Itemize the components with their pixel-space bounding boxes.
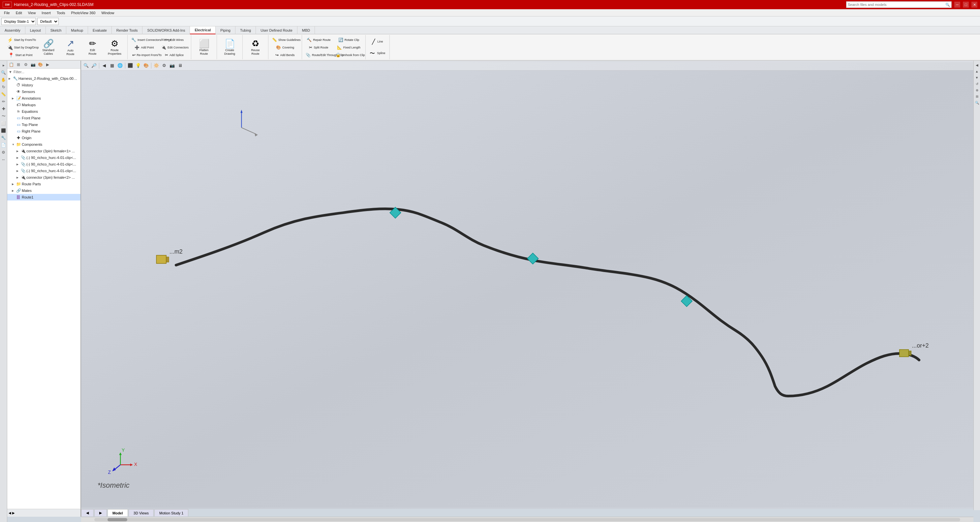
tab-piping[interactable]: Piping (216, 26, 235, 34)
left-icon-measure[interactable]: 📏 (0, 91, 7, 98)
btn-flatten-route[interactable]: ⬜ FlattenRoute (193, 36, 215, 59)
right-icon-5[interactable]: ⊕ (974, 87, 980, 93)
tree-item-equations[interactable]: fx Equations (7, 108, 80, 115)
btn-insert-connectors[interactable]: 🔧 Insert Connectors/Fittings (130, 36, 159, 43)
tab-sketch[interactable]: Sketch (46, 26, 67, 34)
tree-item-connector1[interactable]: ▶ 🔌 connector (3pin) female<1> ... (7, 148, 80, 154)
vp-display-style[interactable]: ⬛ (127, 62, 134, 69)
tree-item-route1[interactable]: 🛤 Route1 (7, 194, 80, 201)
menu-insert[interactable]: Insert (39, 10, 53, 16)
btn-add-splice[interactable]: ✂ Add Splice (160, 51, 189, 58)
tab-mbd[interactable]: MBD (298, 26, 315, 34)
tree-item-components[interactable]: ▼ 📁 Components (7, 141, 80, 148)
vp-previous-view[interactable]: ◀ (100, 62, 108, 69)
ft-icon-featuretree[interactable]: 📋 (8, 61, 14, 68)
bottom-tab-motion-study[interactable]: Motion Study 1 (154, 509, 188, 516)
btn-unhook-from-clip[interactable]: 🔓 Unhook from Clip (334, 51, 363, 58)
bottom-tab-3d-views[interactable]: 3D Views (129, 509, 154, 516)
tree-item-origin[interactable]: ✚ Origin (7, 135, 80, 141)
ft-icon-more[interactable]: ▶ (44, 61, 51, 68)
search-icon[interactable]: 🔍 (945, 3, 950, 7)
left-icon-weld[interactable]: ⚙ (0, 149, 7, 156)
right-icon-6[interactable]: ⊞ (974, 93, 980, 99)
btn-re-import[interactable]: ↩ Re-Import From/To (130, 51, 159, 58)
tab-electrical[interactable]: Electrical (190, 26, 216, 34)
tree-item-root[interactable]: ▶ 🔧 Harness_2-Routing_with_Clips-002 (De… (7, 75, 80, 82)
minimize-button[interactable]: ─ (954, 2, 960, 8)
vp-section[interactable]: ▦ (108, 62, 116, 69)
display-state-dropdown[interactable]: Display State-1 (1, 18, 36, 25)
left-icon-pan[interactable]: ✋ (0, 76, 7, 83)
btn-route-properties[interactable]: ⚙ RouteProperties (104, 36, 125, 59)
menu-edit[interactable]: Edit (13, 10, 25, 16)
ft-icon-property[interactable]: ⊞ (15, 61, 22, 68)
tree-item-clip2[interactable]: ▶ 📎 (-) 90_richco_hurc-4-01-clip<... (7, 161, 80, 167)
left-icon-solid[interactable]: ⬛ (0, 127, 7, 134)
btn-start-at-point[interactable]: 📍 Start at Point (4, 51, 37, 58)
tab-evaluate[interactable]: Evaluate (88, 26, 112, 34)
right-icon-3[interactable]: ▼ (974, 75, 980, 80)
btn-add-bends[interactable]: ↪ Add Bends (270, 51, 300, 58)
bottom-tab-nav-right[interactable]: ▶ (94, 509, 107, 516)
search-bar[interactable]: 🔍 (846, 1, 951, 8)
tree-item-clip1[interactable]: ▶ 📎 (-) 90_richco_hurc-4-01-clip<... (7, 154, 80, 161)
left-icon-reference[interactable]: ✚ (0, 105, 7, 112)
vp-scene[interactable]: 🔆 (153, 62, 160, 69)
ft-icon-cam[interactable]: 📷 (30, 61, 36, 68)
left-icon-sketch[interactable]: ✏ (0, 98, 7, 105)
left-icon-sheet[interactable]: 📄 (0, 142, 7, 148)
menu-view[interactable]: View (25, 10, 38, 16)
vp-appearance[interactable]: 🎨 (142, 62, 150, 69)
btn-spline[interactable]: 〜 Spline (368, 48, 387, 59)
tab-layout[interactable]: Layout (25, 26, 46, 34)
tree-item-connector2[interactable]: ▶ 🔌 connector (3pin) female<2> ... (7, 174, 80, 181)
btn-add-point[interactable]: ➕ Add Point (130, 43, 159, 51)
btn-rotate-clip[interactable]: 🔄 Rotate Clip (334, 36, 363, 43)
tree-item-route-parts[interactable]: ▶ 📁 Route Parts (7, 181, 80, 187)
left-icon-rotate[interactable]: ↻ (0, 84, 7, 90)
left-icon-assembly[interactable]: 🔧 (0, 135, 7, 141)
bottom-tab-model[interactable]: Model (108, 509, 128, 516)
btn-covering[interactable]: 🎨 Covering (270, 43, 300, 51)
menu-photoview[interactable]: PhotoView 360 (68, 10, 98, 16)
ft-icon-config[interactable]: ⚙ (22, 61, 29, 68)
tab-user-defined-route[interactable]: User Defined Route (256, 26, 298, 34)
tab-assembly[interactable]: Assembly (0, 26, 25, 34)
menu-tools[interactable]: Tools (54, 10, 68, 16)
left-icon-dim[interactable]: ↔ (0, 156, 7, 163)
menu-file[interactable]: File (1, 10, 13, 16)
btn-start-by-from-to[interactable]: ⚡ Start by From/To (4, 36, 37, 43)
tree-item-front-plane[interactable]: ▭ Front Plane (7, 115, 80, 121)
right-icon-4[interactable]: ↺ (974, 81, 980, 87)
btn-show-guidelines[interactable]: 📏 Show Guidelines (270, 36, 300, 43)
bottom-scrollbar[interactable] (81, 517, 974, 522)
tree-item-top-plane[interactable]: ▭ Top Plane (7, 121, 80, 128)
scroll-thumb[interactable] (108, 518, 127, 521)
viewport-3d[interactable]: ...m2 ...or+2 *Isometric X (81, 60, 974, 509)
tab-tubing[interactable]: Tubing (235, 26, 256, 34)
btn-start-drag-drop[interactable]: 🔌 Start by Drag/Drop (4, 43, 37, 51)
vp-zoom-area[interactable]: 🔎 (90, 62, 98, 69)
tree-item-mates[interactable]: ▶ 🔗 Mates (7, 187, 80, 194)
btn-edit-wires[interactable]: 〰 Edit Wires (160, 36, 189, 43)
left-icon-zoom[interactable]: 🔍 (0, 69, 7, 76)
vp-2d-mode[interactable]: 🖥 (177, 62, 184, 69)
tab-sw-addins[interactable]: SOLIDWORKS Add-Ins (142, 26, 190, 34)
btn-edit-connectors[interactable]: 🔌 Edit Connectors (160, 43, 189, 51)
right-icon-1[interactable]: ◀ (974, 62, 980, 68)
tree-item-history[interactable]: ⏱ History (7, 82, 80, 88)
tree-item-markups[interactable]: 🏷 Markups (7, 102, 80, 108)
ft-icon-display[interactable]: 🎨 (37, 61, 43, 68)
btn-standard-cables[interactable]: 🔗 StandardCables (38, 36, 59, 59)
maximize-button[interactable]: □ (963, 2, 969, 8)
right-icon-7[interactable]: 🔍 (974, 100, 980, 105)
tab-render-tools[interactable]: Render Tools (112, 26, 143, 34)
right-icon-2[interactable]: ▲ (974, 68, 980, 74)
btn-reuse-route[interactable]: ♻ ReuseRoute (245, 36, 266, 59)
bottom-tab-nav-left[interactable]: ◀ (81, 509, 94, 516)
tree-item-annotations[interactable]: ▶ 📝 Annotations (7, 95, 80, 102)
tree-item-right-plane[interactable]: ▭ Right Plane (7, 128, 80, 135)
vp-view-orientation[interactable]: 🌐 (116, 62, 124, 69)
config-dropdown[interactable]: Default (37, 18, 59, 25)
btn-repair-route[interactable]: 🔨 Repair Route (304, 36, 333, 43)
